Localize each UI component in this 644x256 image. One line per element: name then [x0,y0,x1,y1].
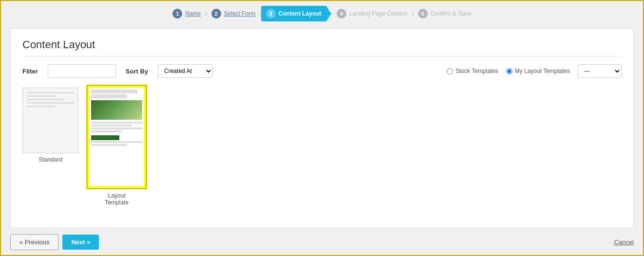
layout-thumb [86,85,147,189]
preview-button [91,135,119,140]
preview-line [91,122,142,124]
step-2-num: 2 [211,9,221,18]
cancel-button[interactable]: Cancel [614,238,634,246]
radio-stock-input[interactable] [447,68,453,74]
page-title: Content Layout [22,38,622,56]
template-name-layout: Layout Template [105,192,129,206]
sort-label: Sort By [126,68,148,75]
step-5-num: 5 [418,9,428,18]
bottom-nav: « Previous Next » Cancel [10,228,634,255]
sort-select[interactable]: Created At Name Date Modified [158,64,213,78]
thumb-line [27,95,55,97]
thumb-line [27,106,55,107]
thumb-line [27,99,65,100]
step-2-label: Select Form [224,10,256,17]
preview-line [91,94,127,98]
thumb-line [27,92,74,93]
template-name-standard: Standard [38,156,62,163]
radio-my-label: My Layout Templates [515,68,570,74]
radio-my[interactable]: My Layout Templates [506,68,570,74]
preview-line [91,141,142,143]
wizard-step-5: 5 Confirm & Save [413,6,476,21]
preview-image [91,100,142,120]
next-button[interactable]: Next » [62,235,99,250]
standard-thumb [22,88,78,153]
wizard-steps: 1 Name › 2 Select Form › 3 Content Layou… [168,6,476,21]
main-panel: Content Layout Filter Sort By Created At… [10,28,634,228]
filter-input[interactable] [48,64,116,78]
step-3-label: Content Layout [279,10,322,17]
template-card-standard[interactable]: Standard [22,88,78,206]
preview-line [91,125,132,127]
preview-line [91,128,142,129]
thumb-line [27,102,74,104]
step-5-label: Confirm & Save [431,10,472,17]
radio-stock[interactable]: Stock Templates [447,68,498,74]
step-1-num: 1 [172,9,182,18]
template-card-layout[interactable]: Layout Template [86,85,147,206]
radio-group: Stock Templates My Layout Templates --- [447,64,622,78]
previous-button[interactable]: « Previous [10,234,58,250]
step-4-label: Landing Page Content [349,10,407,17]
layout-preview [90,88,144,186]
radio-my-input[interactable] [506,68,512,74]
wizard-step-4: 4 Landing Page Content [332,6,412,21]
filter-label: Filter [22,68,38,75]
template-grid: Standard [22,88,622,206]
radio-stock-label: Stock Templates [455,68,498,74]
wizard-step-2[interactable]: 2 Select Form [207,6,261,21]
wizard-step-3: 3 Content Layout [261,6,331,21]
preview-line [91,144,127,146]
preview-line [91,130,122,132]
page-wrapper: 1 Name › 2 Select Form › 3 Content Layou… [0,0,644,256]
step-1-label: Name [185,10,201,17]
step-4-num: 4 [337,9,346,18]
filter-row: Filter Sort By Created At Name Date Modi… [22,64,622,78]
preview-line [91,90,137,93]
template-category-select[interactable]: --- [578,64,622,78]
step-3-num: 3 [266,9,276,18]
wizard-step-1[interactable]: 1 Name [168,6,206,21]
